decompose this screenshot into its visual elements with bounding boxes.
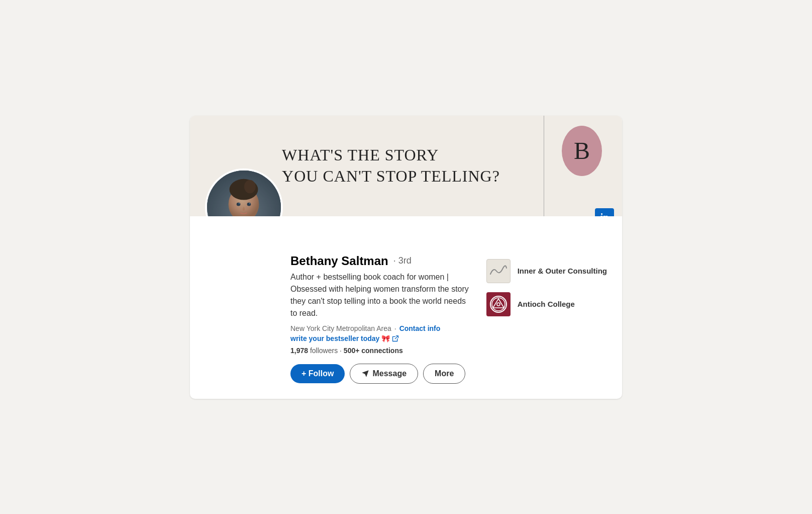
website-link[interactable]: write your bestseller today 🎀 — [290, 334, 471, 342]
name-row: Bethany Saltman · 3rd — [290, 254, 471, 268]
profile-headline: Author + bestselling book coach for wome… — [290, 271, 471, 319]
antioch-circle — [490, 296, 507, 313]
linkedin-label: in — [600, 212, 609, 216]
profile-left: Bethany Saltman · 3rd Author + bestselli… — [290, 254, 471, 384]
svg-marker-15 — [493, 299, 504, 308]
linkedin-badge: in — [595, 208, 614, 216]
profile-main: Bethany Saltman · 3rd Author + bestselli… — [290, 254, 607, 384]
profile-affiliations: Inner & Outer Consulting Antioch College — [471, 254, 607, 325]
location-row: New York City Metropolitan Area · Contac… — [290, 324, 471, 332]
svg-point-16 — [497, 303, 500, 306]
message-icon — [361, 370, 369, 378]
external-link-icon — [392, 335, 399, 342]
antioch-logo — [486, 292, 511, 316]
affiliation-antioch: Antioch College — [486, 292, 607, 316]
connections-label: 500+ connections — [344, 347, 403, 355]
banner-logo-letter: B — [574, 137, 590, 164]
svg-point-10 — [237, 202, 241, 206]
actions-row: + Follow Message More — [290, 364, 471, 384]
follow-button[interactable]: + Follow — [290, 364, 345, 383]
svg-point-12 — [239, 203, 240, 204]
svg-point-13 — [249, 203, 250, 204]
website-row: write your bestseller today 🎀 — [290, 334, 471, 342]
avatar-placeholder — [207, 170, 281, 216]
profile-name: Bethany Saltman — [290, 254, 388, 268]
avatar — [205, 168, 283, 216]
banner-oval: B — [562, 126, 602, 176]
more-button[interactable]: More — [423, 364, 465, 384]
message-button[interactable]: Message — [350, 364, 418, 384]
followers-row: 1,978 followers · 500+ connections — [290, 347, 471, 355]
banner-text: WHAT'S THE STORY YOU CAN'T STOP TELLING? — [282, 145, 500, 187]
followers-text: followers — [310, 347, 338, 355]
followers-count: 1,978 — [290, 347, 308, 355]
profile-degree: · 3rd — [393, 255, 412, 266]
dot-separator: · — [394, 324, 396, 332]
affiliation-consulting: Inner & Outer Consulting — [486, 259, 607, 283]
antioch-svg — [491, 297, 506, 312]
svg-point-11 — [247, 202, 251, 206]
svg-point-14 — [492, 298, 505, 311]
message-label: Message — [372, 369, 407, 378]
contact-info-link[interactable]: Contact info — [399, 324, 441, 332]
banner-line1: WHAT'S THE STORY — [282, 146, 439, 164]
banner: WHAT'S THE STORY YOU CAN'T STOP TELLING?… — [190, 116, 622, 216]
consulting-svg — [489, 265, 508, 277]
website-label: write your bestseller today — [290, 334, 379, 342]
consulting-name: Inner & Outer Consulting — [518, 267, 607, 275]
antioch-name: Antioch College — [518, 300, 575, 308]
profile-body: Bethany Saltman · 3rd Author + bestselli… — [190, 216, 622, 399]
avatar-wrap — [205, 168, 283, 216]
banner-divider — [544, 116, 544, 216]
bow-emoji: 🎀 — [381, 334, 390, 342]
connections-separator: · — [340, 347, 344, 355]
consulting-logo — [486, 259, 511, 283]
profile-card: WHAT'S THE STORY YOU CAN'T STOP TELLING?… — [190, 116, 622, 399]
profile-location: New York City Metropolitan Area — [290, 324, 391, 332]
banner-line2: YOU CAN'T STOP TELLING? — [282, 167, 500, 185]
consulting-icon — [487, 260, 510, 283]
avatar-svg — [207, 170, 281, 216]
banner-logo-area: B — [562, 126, 602, 176]
